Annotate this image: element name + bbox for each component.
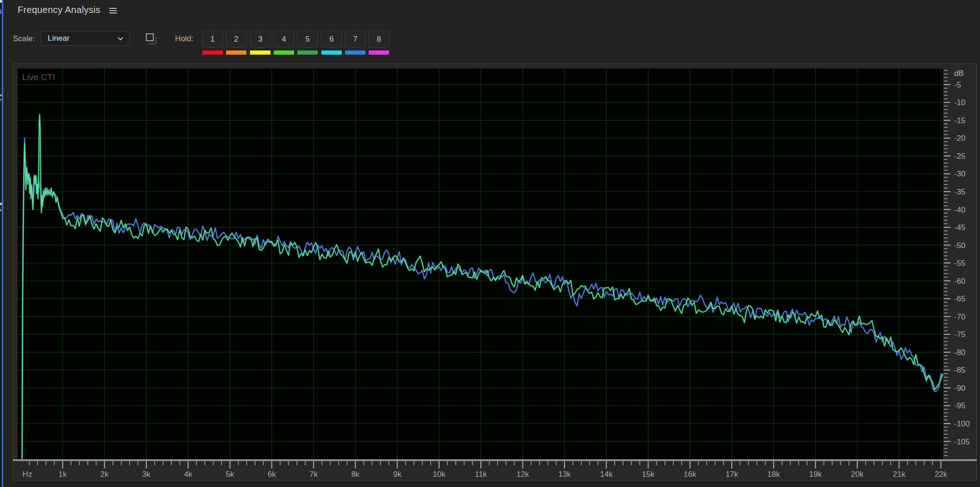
scale-label: Scale: (13, 34, 35, 44)
hold-color-swatch-1 (202, 50, 223, 55)
hold-button-1[interactable]: 1 (202, 31, 223, 48)
svg-text:-105: -105 (954, 437, 970, 446)
svg-text:7k: 7k (309, 470, 318, 479)
svg-text:11k: 11k (475, 470, 487, 479)
hold-color-swatch-2 (226, 50, 246, 55)
svg-text:-45: -45 (954, 223, 966, 232)
db-ruler[interactable]: dB-5-10-15-20-25-30-35-40-45-50-55-60-65… (943, 69, 979, 460)
panel-divider[interactable] (2, 0, 3, 487)
panel-menu-icon[interactable] (109, 6, 118, 15)
panel-title: Frequency Analysis (18, 5, 101, 15)
hold-button-4[interactable]: 4 (273, 31, 295, 48)
hold-button-8[interactable]: 8 (368, 31, 389, 48)
svg-text:-30: -30 (954, 169, 966, 178)
svg-text:-40: -40 (954, 206, 966, 214)
svg-text:6k: 6k (268, 470, 276, 479)
live-cti-label: Live CTI (22, 72, 55, 82)
svg-text:Hz: Hz (23, 470, 32, 479)
hold-button-5[interactable]: 5 (297, 31, 318, 48)
svg-text:-55: -55 (954, 259, 966, 268)
spectrum-plot[interactable] (18, 69, 943, 459)
hold-button-7[interactable]: 7 (345, 31, 366, 48)
scale-dropdown[interactable]: Linear (41, 31, 130, 46)
svg-text:10k: 10k (433, 470, 446, 479)
frequency-analysis-panel: Frequency Analysis Scale: Linear Hold: 1… (0, 0, 980, 487)
svg-text:16k: 16k (684, 470, 697, 479)
svg-text:3k: 3k (142, 470, 151, 479)
svg-text:22k: 22k (935, 470, 948, 479)
hold-label: Hold: (175, 34, 194, 44)
hold-color-swatch-8 (369, 50, 389, 55)
svg-text:12k: 12k (516, 470, 529, 479)
svg-text:-5: -5 (954, 81, 961, 89)
svg-text:-75: -75 (954, 330, 966, 339)
hold-color-swatch-3 (250, 50, 270, 55)
svg-text:-100: -100 (954, 419, 970, 428)
hold-color-swatch-7 (345, 50, 365, 55)
scale-dropdown-value: Linear (48, 34, 117, 43)
svg-text:20k: 20k (851, 470, 864, 479)
svg-text:-35: -35 (954, 187, 966, 196)
svg-text:-15: -15 (954, 116, 966, 125)
svg-text:4k: 4k (184, 470, 192, 479)
svg-text:-50: -50 (954, 241, 966, 250)
svg-text:13k: 13k (558, 470, 571, 479)
svg-text:19k: 19k (809, 470, 822, 479)
frequency-ruler[interactable]: Hz1k2k3k4k5k6k7k8k9k10k11k12k13k14k15k16… (13, 459, 977, 480)
hold-color-swatch-5 (297, 50, 318, 55)
scan-selection-icon[interactable] (145, 32, 158, 47)
svg-text:5k: 5k (226, 470, 234, 479)
svg-text:15k: 15k (642, 470, 655, 479)
svg-text:18k: 18k (767, 470, 780, 479)
hold-button-2[interactable]: 2 (226, 31, 247, 48)
svg-text:1k: 1k (58, 470, 67, 479)
chevron-down-icon (117, 37, 124, 41)
hold-color-swatch-4 (274, 50, 294, 55)
svg-text:-10: -10 (954, 98, 966, 107)
svg-text:8k: 8k (351, 470, 359, 479)
svg-text:-95: -95 (954, 401, 966, 410)
svg-text:-85: -85 (954, 366, 966, 375)
svg-text:-20: -20 (954, 134, 966, 143)
svg-text:9k: 9k (393, 470, 402, 479)
hold-button-6[interactable]: 6 (321, 31, 342, 48)
svg-text:21k: 21k (893, 470, 906, 479)
svg-text:-60: -60 (954, 277, 966, 286)
svg-text:dB: dB (954, 69, 964, 78)
svg-text:-70: -70 (954, 312, 966, 321)
svg-text:-80: -80 (954, 348, 966, 357)
svg-text:-90: -90 (954, 384, 966, 393)
svg-text:-65: -65 (954, 294, 966, 303)
svg-text:2k: 2k (101, 470, 109, 479)
svg-text:17k: 17k (725, 470, 738, 479)
hold-color-swatch-6 (321, 50, 342, 55)
svg-text:-25: -25 (954, 152, 966, 161)
svg-text:14k: 14k (600, 470, 613, 479)
hold-button-3[interactable]: 3 (250, 31, 271, 48)
